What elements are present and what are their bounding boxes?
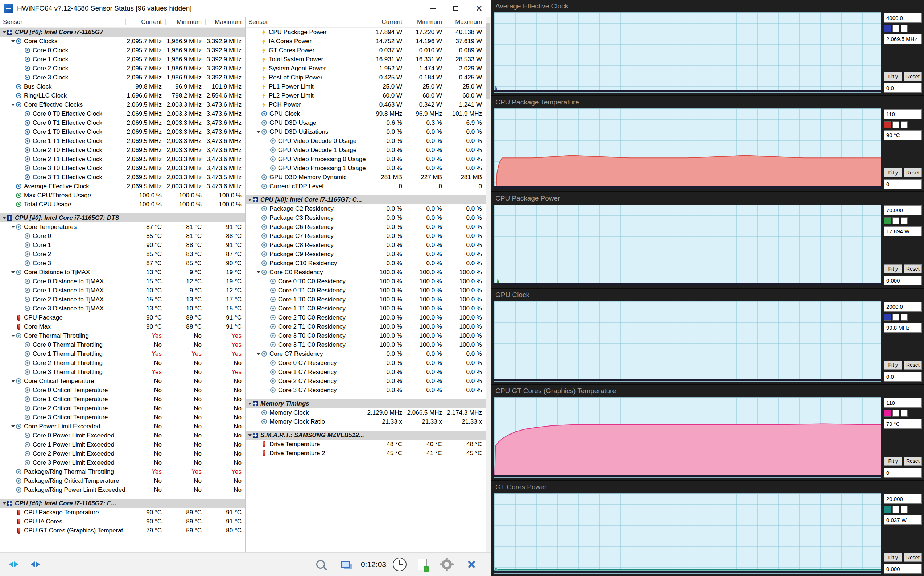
sensor-row[interactable]: Core Temperatures87 °C81 °C91 °C [0, 222, 245, 231]
series-color-swatch-1[interactable] [884, 410, 891, 417]
y-max-input[interactable]: 20.000 [884, 494, 922, 504]
sensor-row[interactable]: Max CPU/Thread Usage100.0 %100.0 %100.0 … [0, 191, 245, 200]
sensor-row[interactable]: Core 0 Power Limit ExceededNoNoNo [0, 431, 245, 440]
y-max-input[interactable]: 4000.0 [884, 13, 922, 23]
sensor-row[interactable]: Core 2 T1 Effective Clock2,069.5 MHz2,00… [0, 155, 245, 163]
sensor-row[interactable]: Memory Clock2,129.0 MHz2,066.5 MHz2,174.… [246, 408, 486, 417]
chevron-down-icon[interactable] [11, 380, 15, 382]
sensor-row[interactable]: Core 2 Critical TemperatureNoNoNo [0, 404, 245, 413]
sensor-row[interactable]: Drive Temperature 245 °C41 °C45 °C [246, 449, 486, 458]
chevron-down-icon[interactable] [3, 31, 6, 34]
section-header-row[interactable]: CPU [#0]: Intel Core i7-1165G7: C... [246, 195, 486, 204]
y-min-input[interactable]: 0 [884, 468, 922, 478]
sensor-row[interactable]: Core 0 T0 C0 Residency100.0 %100.0 %100.… [246, 277, 486, 286]
sensor-row[interactable]: Core 0 Critical TemperatureNoNoNo [0, 386, 245, 395]
sensor-row[interactable]: Core 3 Distance to TjMAX13 °C10 °C15 °C [0, 304, 245, 313]
sensor-row[interactable]: CPU Package90 °C89 °C91 °C [0, 313, 245, 322]
sensor-row[interactable]: Core 3 Critical TemperatureNoNoNo [0, 413, 245, 422]
sensor-row[interactable]: Core 2 Clock2,095.7 MHz1,986.9 MHz3,392.… [0, 64, 245, 73]
sensor-row[interactable]: Drive Temperature48 °C40 °C48 °C [246, 440, 486, 449]
sensor-row[interactable]: Core 3 T1 Effective Clock2,069.5 MHz2,00… [0, 173, 245, 182]
scrollbar-thumb[interactable] [486, 23, 490, 99]
column-header-minimum[interactable]: Minimum [165, 19, 205, 26]
sensor-row[interactable]: Total System Power16.931 W16.331 W28.533… [246, 55, 486, 64]
fit-y-button[interactable]: Fit y [884, 168, 902, 177]
sensor-row[interactable]: CPU IA Cores90 °C89 °C91 °C [0, 517, 245, 526]
y-max-input[interactable]: 110 [884, 109, 922, 119]
reset-button[interactable]: Reset [904, 553, 922, 562]
sensor-row[interactable]: Core 0 T1 Effective Clock2,069.5 MHz2,00… [0, 118, 245, 127]
fit-y-button[interactable]: Fit y [884, 360, 902, 370]
sensor-row[interactable]: System Agent Power1.952 W1.474 W2.029 W [246, 64, 486, 73]
sensor-row[interactable]: Package/Ring Critical TemperatureNoNoNo [0, 476, 245, 485]
column-header-maximum[interactable]: Maximum [446, 19, 486, 26]
sensor-row[interactable]: PL2 Power Limit60.0 W60.0 W60.0 W [246, 91, 486, 100]
y-min-input[interactable]: 0.000 [884, 564, 922, 574]
sensor-row[interactable]: Core Critical TemperatureNoNoNo [0, 376, 245, 386]
sensor-row[interactable]: Core Thermal ThrottlingYesNoYes [0, 331, 245, 340]
y-min-input[interactable]: 0 [884, 179, 922, 189]
sensor-row[interactable]: Total CPU Usage100.0 %100.0 %100.0 % [0, 200, 245, 209]
sensor-row[interactable]: GPU D3D Usage0.6 %0.3 %6.9 % [246, 118, 486, 127]
sensor-row[interactable]: Average Effective Clock2,069.5 MHz2,003.… [0, 182, 245, 191]
series-color-swatch-3[interactable] [901, 217, 908, 224]
reset-button[interactable]: Reset [904, 72, 922, 81]
sensor-row[interactable]: Core 1 Power Limit ExceededNoNoNo [0, 440, 245, 449]
sensor-row[interactable]: Core 3 Thermal ThrottlingYesNoYes [0, 368, 245, 376]
sensor-row[interactable]: Core 0 Clock2,095.7 MHz1,986.9 MHz3,392.… [0, 46, 245, 55]
y-max-input[interactable]: 2000.0 [884, 302, 922, 312]
sensor-row[interactable]: Package C10 Residency0.0 %0.0 %0.0 % [246, 259, 486, 268]
series-color-swatch-2[interactable] [892, 506, 899, 513]
sensor-row[interactable]: Core 3 T1 C0 Residency100.0 %100.0 %100.… [246, 340, 486, 349]
fit-y-button[interactable]: Fit y [884, 264, 902, 274]
maximize-button[interactable] [444, 0, 467, 17]
sensor-row[interactable]: Core 1 T1 Effective Clock2,069.5 MHz2,00… [0, 136, 245, 146]
title-bar[interactable]: HWiNFO64 v7.12-4580 Sensor Status [96 va… [0, 0, 491, 17]
logging-report-button[interactable]: + [413, 556, 431, 573]
reset-button[interactable]: Reset [904, 360, 922, 370]
series-color-swatch-3[interactable] [901, 410, 908, 417]
chevron-down-icon[interactable] [3, 217, 6, 219]
sensor-row[interactable]: Core 1 Thermal ThrottlingYesYesYes [0, 349, 245, 358]
sensor-row[interactable]: Package C6 Residency0.0 %0.0 %0.0 % [246, 222, 486, 231]
sensor-row[interactable]: GPU Video Processing 1 Usage0.0 %0.0 %0.… [246, 163, 486, 173]
chevron-down-icon[interactable] [248, 434, 252, 436]
sensor-row[interactable]: Core Clocks2,095.7 MHz1,986.9 MHz3,392.9… [0, 37, 245, 46]
sensor-row[interactable]: Core 2 Thermal ThrottlingNoNoNo [0, 358, 245, 368]
sensor-row[interactable]: Core 1 T0 Effective Clock2,069.5 MHz2,00… [0, 127, 245, 136]
chevron-down-icon[interactable] [248, 403, 252, 405]
sensor-row[interactable]: Package C9 Residency0.0 %0.0 %0.0 % [246, 250, 486, 259]
series-color-swatch-1[interactable] [884, 217, 891, 224]
chevron-down-icon[interactable] [11, 40, 15, 42]
sensor-row[interactable]: Core 2 T1 C0 Residency100.0 %100.0 %100.… [246, 322, 486, 331]
section-header-row[interactable]: Memory Timings [246, 399, 486, 408]
sensor-row[interactable]: Core 085 °C81 °C88 °C [0, 231, 245, 240]
fit-y-button[interactable]: Fit y [884, 457, 902, 466]
sensor-row[interactable]: Core 2 Power Limit ExceededNoNoNo [0, 449, 245, 458]
y-min-input[interactable]: 0.000 [884, 276, 922, 285]
chevron-down-icon[interactable] [11, 226, 15, 228]
series-color-swatch-2[interactable] [892, 121, 899, 128]
sensor-row[interactable]: IA Cores Power14.752 W14.196 W37.619 W [246, 37, 486, 46]
sensor-row[interactable]: Memory Clock Ratio21.33 x21.33 x21.33 x [246, 417, 486, 426]
column-header-maximum[interactable]: Maximum [205, 19, 245, 26]
section-header-row[interactable]: CPU [#0]: Intel Core i7-1165G7: DTS [0, 213, 245, 222]
sensor-row[interactable]: Core 2 C7 Residency0.0 %0.0 %0.0 % [246, 376, 486, 386]
sensor-row[interactable]: Core 3 T0 C0 Residency100.0 %100.0 %100.… [246, 331, 486, 340]
section-header-row[interactable]: CPU [#0]: Intel Core i7-1165G7: E... [0, 499, 245, 508]
minimize-button[interactable] [421, 0, 444, 17]
series-color-swatch-1[interactable] [884, 314, 891, 321]
sensor-row[interactable]: GPU Video Decode 0 Usage0.0 %0.0 %0.0 % [246, 136, 486, 146]
sensor-row[interactable]: Core 285 °C83 °C87 °C [0, 250, 245, 259]
sensor-row[interactable]: Core 0 C7 Residency0.0 %0.0 %0.0 % [246, 358, 486, 368]
close-sensors-button[interactable]: × [462, 556, 481, 573]
chevron-down-icon[interactable] [257, 353, 261, 355]
sensor-row[interactable]: Core 1 Distance to TjMAX10 °C9 °C12 °C [0, 286, 245, 295]
sensor-row[interactable]: Core 0 Thermal ThrottlingNoNoYes [0, 340, 245, 349]
sensor-row[interactable]: Rest-of-Chip Power0.425 W0.184 W0.425 W [246, 73, 486, 82]
column-header-sensor[interactable]: Sensor [0, 19, 125, 26]
chevron-down-icon[interactable] [257, 131, 261, 133]
series-color-swatch-3[interactable] [901, 314, 908, 321]
sensor-row[interactable]: GT Cores Power0.037 W0.010 W0.089 W [246, 46, 486, 55]
sensor-row[interactable]: Ring/LLC Clock1,696.6 MHz798.2 MHz2,594.… [0, 91, 245, 100]
